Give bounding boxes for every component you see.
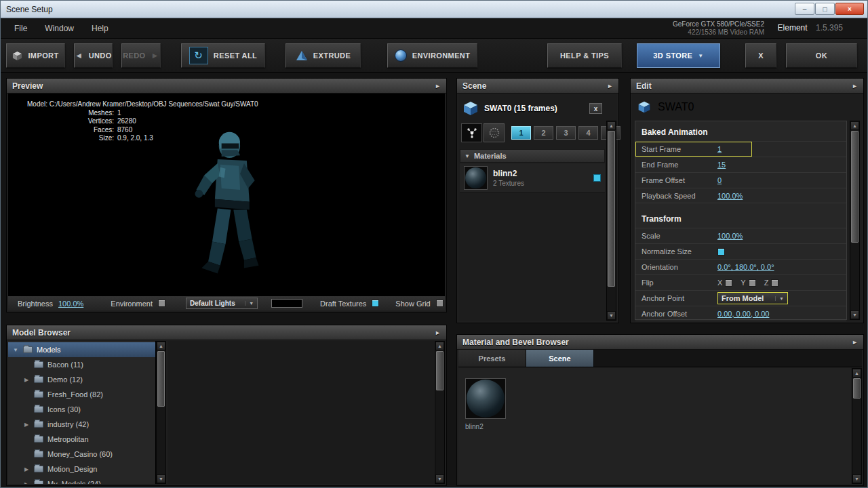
minimize-button[interactable]: – xyxy=(795,3,814,15)
scroll-thumb[interactable] xyxy=(157,351,165,407)
draft-textures-checkbox[interactable] xyxy=(372,300,379,307)
expand-icon[interactable]: ▶ xyxy=(23,481,30,485)
material-row-blinn2[interactable]: blinn2 2 Textures xyxy=(460,163,605,193)
environment-button[interactable]: ENVIRONMENT xyxy=(387,43,477,68)
tree-item-motion-design[interactable]: ▶ Motion_Design xyxy=(8,462,155,476)
reset-all-button[interactable]: ↻ RESET ALL xyxy=(181,43,265,68)
scroll-up-button[interactable]: ▲ xyxy=(850,121,859,130)
material-browser-scrollbar[interactable]: ▲ ▼ xyxy=(852,368,862,484)
playback-speed-value[interactable]: 100.0% xyxy=(717,192,743,200)
material-item-blinn2[interactable]: blinn2 xyxy=(465,378,507,430)
tree-item-fresh-food[interactable]: Fresh_Food (82) xyxy=(8,387,155,402)
flip-x-checkbox[interactable] xyxy=(725,279,732,287)
scroll-up-button[interactable]: ▲ xyxy=(607,121,616,130)
flip-z-checkbox[interactable] xyxy=(771,279,778,287)
group-tab-1[interactable]: 1 xyxy=(511,126,531,140)
brightness-value[interactable]: 100.0% xyxy=(58,300,83,308)
tree-scrollbar[interactable]: ▲ ▼ xyxy=(156,341,166,484)
model-mode-button[interactable] xyxy=(461,123,482,142)
remove-item-button[interactable]: x xyxy=(589,103,602,114)
tree-item-icons[interactable]: Icons (30) xyxy=(8,402,155,417)
expand-icon[interactable]: ▶ xyxy=(23,466,30,472)
scroll-up-button[interactable]: ▲ xyxy=(435,342,444,350)
menu-file[interactable]: File xyxy=(14,24,27,33)
group-tab-2[interactable]: 2 xyxy=(534,126,553,140)
redo-arrow-icon: ► xyxy=(151,51,159,60)
collapse-icon[interactable]: ▼ xyxy=(12,347,19,353)
anchor-point-select[interactable]: From Model ▼ xyxy=(717,292,788,304)
tree-item-demo[interactable]: ▶ Demo (12) xyxy=(8,372,155,387)
normalize-size-checkbox[interactable] xyxy=(717,248,725,256)
3d-store-button[interactable]: 3D STORE ▼ xyxy=(637,43,720,68)
undo-button[interactable]: ◄ UNDO xyxy=(74,43,113,68)
panel-expand-icon[interactable]: ► xyxy=(852,339,858,346)
cancel-x-button[interactable]: X xyxy=(745,43,776,68)
help-tips-button[interactable]: HELP & TIPS xyxy=(547,43,622,68)
scale-value[interactable]: 100.0% xyxy=(717,232,743,240)
tree-item-models[interactable]: ▼ Models xyxy=(8,342,155,357)
materials-section-header[interactable]: ▼ Materials xyxy=(460,149,605,163)
panel-expand-icon[interactable]: ► xyxy=(435,83,441,89)
material-color-chip[interactable] xyxy=(593,174,601,182)
extrude-button[interactable]: EXTRUDE xyxy=(285,43,361,68)
scroll-up-button[interactable]: ▲ xyxy=(852,369,861,378)
ok-button[interactable]: OK xyxy=(786,43,857,68)
scroll-down-button[interactable]: ▼ xyxy=(157,474,165,483)
tree-item-money-casino[interactable]: Money_Casino (60) xyxy=(8,447,155,462)
panel-expand-icon[interactable]: ► xyxy=(852,83,858,89)
flip-y-label: Y xyxy=(741,279,745,287)
panel-expand-icon[interactable]: ► xyxy=(607,83,613,89)
scroll-thumb[interactable] xyxy=(853,378,861,399)
group-tab-3[interactable]: 3 xyxy=(556,126,576,140)
scroll-down-button[interactable]: ▼ xyxy=(435,474,444,483)
scroll-up-button[interactable]: ▲ xyxy=(157,342,165,350)
start-frame-value[interactable]: 1 xyxy=(717,145,722,153)
show-grid-checkbox[interactable] xyxy=(436,300,443,307)
flip-y-checkbox[interactable] xyxy=(749,279,756,287)
import-button[interactable]: IMPORT xyxy=(6,43,65,68)
expand-icon[interactable]: ▶ xyxy=(23,377,30,383)
orientation-value[interactable]: 0.0°, 180.0°, 0.0° xyxy=(717,263,774,271)
scatter-mode-button[interactable] xyxy=(484,123,505,142)
flip-x-label: X xyxy=(717,279,722,287)
tree-item-bacon[interactable]: Bacon (11) xyxy=(8,357,155,372)
default-lights-select[interactable]: Default Lights ▼ xyxy=(186,298,258,309)
gpu-name: GeForce GTX 580/PCIe/SSE2 xyxy=(673,20,764,28)
close-window-button[interactable]: × xyxy=(835,3,864,15)
scroll-down-button[interactable]: ▼ xyxy=(607,311,616,320)
background-color-swatch[interactable] xyxy=(271,299,302,308)
menu-window[interactable]: Window xyxy=(45,24,74,33)
group-tab-4[interactable]: 4 xyxy=(578,126,598,140)
scroll-down-button[interactable]: ▼ xyxy=(850,310,859,319)
frame-offset-value[interactable]: 0 xyxy=(717,176,722,184)
scroll-thumb[interactable] xyxy=(608,131,615,287)
maximize-button[interactable]: □ xyxy=(815,3,835,15)
menu-help[interactable]: Help xyxy=(92,24,108,33)
tab-scene[interactable]: Scene xyxy=(526,350,594,367)
scroll-thumb[interactable] xyxy=(851,131,859,243)
model-browser-results[interactable] xyxy=(167,341,434,484)
environment-label: Environment xyxy=(111,300,153,308)
expand-icon[interactable]: ▶ xyxy=(23,422,30,428)
scene-scrollbar[interactable]: ▲ ▼ xyxy=(606,121,616,321)
scene-title: Scene xyxy=(462,81,486,91)
tree-item-industry[interactable]: ▶ industry (42) xyxy=(8,417,155,432)
redo-button[interactable]: REDO ► xyxy=(121,43,161,68)
tree-item-metropolitan[interactable]: Metropolitan xyxy=(8,432,155,447)
scroll-down-button[interactable]: ▼ xyxy=(852,474,861,483)
environment-checkbox[interactable] xyxy=(158,300,165,307)
scene-item-swat0[interactable]: SWAT0 (15 frames) x xyxy=(460,97,604,120)
anchor-offset-value[interactable]: 0.00, 0.00, 0.00 xyxy=(717,310,769,318)
brand-block: Element 1.5.395 xyxy=(778,23,843,33)
tab-presets[interactable]: Presets xyxy=(458,350,526,367)
tree-item-my-models[interactable]: ▶ My_Models (24) xyxy=(8,476,155,484)
results-scrollbar[interactable]: ▲ ▼ xyxy=(435,341,445,484)
edit-scrollbar[interactable]: ▲ ▼ xyxy=(850,121,860,320)
end-frame-value[interactable]: 15 xyxy=(717,161,726,169)
preview-viewport[interactable]: Model: C:/Users/Andrew Kramer/Desktop/OB… xyxy=(8,94,445,296)
folder-icon xyxy=(34,436,43,443)
scroll-thumb[interactable] xyxy=(436,351,443,390)
title-bar[interactable]: Scene Setup – □ × xyxy=(1,1,867,18)
row-playback-speed: Playback Speed 100.0% xyxy=(635,188,846,203)
panel-expand-icon[interactable]: ► xyxy=(435,329,441,336)
